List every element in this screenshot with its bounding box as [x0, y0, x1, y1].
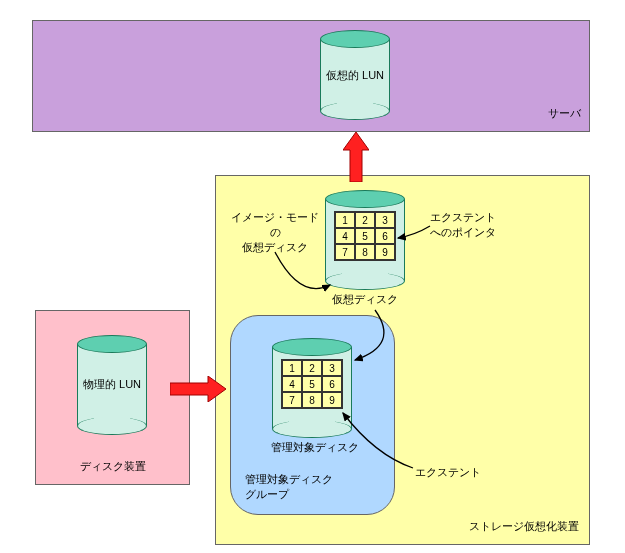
vd-cell-3: 3 — [375, 212, 395, 228]
vd-cell-6: 6 — [375, 228, 395, 244]
md-cell-6: 6 — [322, 376, 342, 392]
storage-vbox-label: ストレージ仮想化装置 — [469, 519, 579, 534]
extent-annotation: エクステント — [415, 465, 495, 480]
vd-cell-1: 1 — [335, 212, 355, 228]
md-cell-3: 3 — [322, 360, 342, 376]
svg-marker-1 — [170, 376, 226, 402]
virtual-disk-grid: 1 2 3 4 5 6 7 8 9 — [334, 211, 396, 261]
md-cell-2: 2 — [302, 360, 322, 376]
md-cell-8: 8 — [302, 392, 322, 408]
diagram-canvas: サーバ 仮想的 LUN ストレージ仮想化装置 管理対象ディスク グループ 1 2… — [0, 0, 625, 553]
server-box: サーバ — [32, 20, 590, 132]
md-cell-1: 1 — [282, 360, 302, 376]
arrow-right-icon — [170, 376, 226, 402]
md-cell-4: 4 — [282, 376, 302, 392]
vd-cell-5: 5 — [355, 228, 375, 244]
arrow-up-icon — [343, 132, 369, 182]
svg-marker-0 — [343, 132, 369, 182]
md-cell-9: 9 — [322, 392, 342, 408]
md-cell-7: 7 — [282, 392, 302, 408]
md-cell-5: 5 — [302, 376, 322, 392]
extent-pointer-annotation: エクステント へのポインタ — [430, 210, 520, 240]
vd-cell-4: 4 — [335, 228, 355, 244]
managed-disk-group-label: 管理対象ディスク グループ — [245, 472, 333, 502]
server-label: サーバ — [548, 106, 581, 121]
managed-disk-below-label: 管理対象ディスク — [265, 440, 365, 455]
disk-device-label: ディスク装置 — [36, 459, 189, 474]
vd-cell-7: 7 — [335, 244, 355, 260]
vd-cell-8: 8 — [355, 244, 375, 260]
virtual-disk-below-label: 仮想ディスク — [325, 292, 405, 307]
virtual-lun-cylinder: 仮想的 LUN — [320, 30, 390, 120]
physical-lun-cylinder: 物理的 LUN — [77, 335, 147, 435]
managed-disk-grid: 1 2 3 4 5 6 7 8 9 — [281, 359, 343, 409]
image-mode-annotation: イメージ・モード の 仮想ディスク — [225, 210, 325, 255]
vd-cell-2: 2 — [355, 212, 375, 228]
virtual-lun-label: 仮想的 LUN — [320, 68, 390, 83]
physical-lun-label: 物理的 LUN — [77, 377, 147, 392]
vd-cell-9: 9 — [375, 244, 395, 260]
